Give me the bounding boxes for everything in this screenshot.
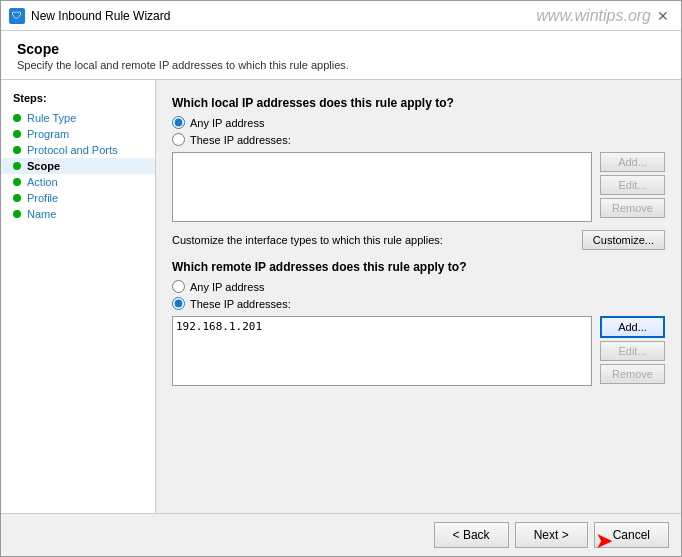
remote-section-title: Which remote IP addresses does this rule…: [172, 260, 665, 274]
sidebar-item-name[interactable]: Name: [1, 206, 155, 222]
remote-these-radio[interactable]: [172, 297, 185, 310]
close-button[interactable]: ✕: [653, 8, 673, 24]
local-these-radio[interactable]: [172, 133, 185, 146]
remote-these-label: These IP addresses:: [190, 298, 291, 310]
local-these-label: These IP addresses:: [190, 134, 291, 146]
remote-radio-group: Any IP address These IP addresses:: [172, 280, 665, 310]
remote-any-radio-label[interactable]: Any IP address: [172, 280, 665, 293]
dot-icon: [13, 194, 21, 202]
local-remove-button[interactable]: Remove: [600, 198, 665, 218]
sidebar-item-label: Protocol and Ports: [27, 144, 118, 156]
local-any-label: Any IP address: [190, 117, 264, 129]
dot-icon: [13, 114, 21, 122]
local-any-radio-label[interactable]: Any IP address: [172, 116, 665, 129]
local-ip-textarea[interactable]: [172, 152, 592, 222]
steps-label: Steps:: [1, 90, 155, 110]
main-panel: Which local IP addresses does this rule …: [156, 80, 681, 513]
header-section: Scope Specify the local and remote IP ad…: [1, 31, 681, 80]
remote-edit-button[interactable]: Edit...: [600, 341, 665, 361]
local-add-button[interactable]: Add...: [600, 152, 665, 172]
remote-btn-group: Add... Edit... Remove: [600, 316, 665, 386]
remote-any-label: Any IP address: [190, 281, 264, 293]
customize-button[interactable]: Customize...: [582, 230, 665, 250]
remote-ip-textarea[interactable]: [172, 316, 592, 386]
sidebar-item-label: Program: [27, 128, 69, 140]
sidebar-item-label: Scope: [27, 160, 60, 172]
dot-icon: [13, 130, 21, 138]
sidebar-item-scope[interactable]: Scope: [1, 158, 155, 174]
sidebar: Steps: Rule Type Program Protocol and Po…: [1, 80, 156, 513]
remote-these-radio-label[interactable]: These IP addresses:: [172, 297, 665, 310]
local-section-title: Which local IP addresses does this rule …: [172, 96, 665, 110]
wizard-icon: 🛡: [9, 8, 25, 24]
sidebar-item-action[interactable]: Action: [1, 174, 155, 190]
local-ip-box-row: Add... Edit... Remove: [172, 152, 665, 222]
wizard-window: 🛡 New Inbound Rule Wizard www.wintips.or…: [0, 0, 682, 557]
remote-remove-button[interactable]: Remove: [600, 364, 665, 384]
next-button[interactable]: Next >: [515, 522, 588, 548]
customize-row: Customize the interface types to which t…: [172, 230, 665, 250]
sidebar-item-program[interactable]: Program: [1, 126, 155, 142]
header-description: Specify the local and remote IP addresse…: [17, 59, 665, 71]
header-title: Scope: [17, 41, 665, 57]
sidebar-item-label: Action: [27, 176, 58, 188]
dot-icon: [13, 146, 21, 154]
remote-add-button[interactable]: Add...: [600, 316, 665, 338]
cancel-button[interactable]: Cancel: [594, 522, 669, 548]
back-button[interactable]: < Back: [434, 522, 509, 548]
sidebar-item-profile[interactable]: Profile: [1, 190, 155, 206]
sidebar-item-label: Profile: [27, 192, 58, 204]
watermark: www.wintips.org: [536, 7, 651, 25]
title-bar-text: New Inbound Rule Wizard: [31, 9, 170, 23]
dot-icon: [13, 162, 21, 170]
remote-any-radio[interactable]: [172, 280, 185, 293]
remote-ip-box-row: Add... Edit... Remove: [172, 316, 665, 386]
footer: < Back Next > Cancel: [1, 513, 681, 556]
sidebar-item-protocol-ports[interactable]: Protocol and Ports: [1, 142, 155, 158]
sidebar-item-label: Rule Type: [27, 112, 76, 124]
local-edit-button[interactable]: Edit...: [600, 175, 665, 195]
content-area: Steps: Rule Type Program Protocol and Po…: [1, 80, 681, 513]
local-these-radio-label[interactable]: These IP addresses:: [172, 133, 665, 146]
customize-text: Customize the interface types to which t…: [172, 234, 582, 246]
dot-icon: [13, 178, 21, 186]
local-btn-group: Add... Edit... Remove: [600, 152, 665, 222]
title-bar-left: 🛡 New Inbound Rule Wizard: [9, 8, 170, 24]
local-any-radio[interactable]: [172, 116, 185, 129]
local-radio-group: Any IP address These IP addresses:: [172, 116, 665, 146]
title-bar: 🛡 New Inbound Rule Wizard www.wintips.or…: [1, 1, 681, 31]
dot-icon: [13, 210, 21, 218]
sidebar-item-label: Name: [27, 208, 56, 220]
sidebar-item-rule-type[interactable]: Rule Type: [1, 110, 155, 126]
